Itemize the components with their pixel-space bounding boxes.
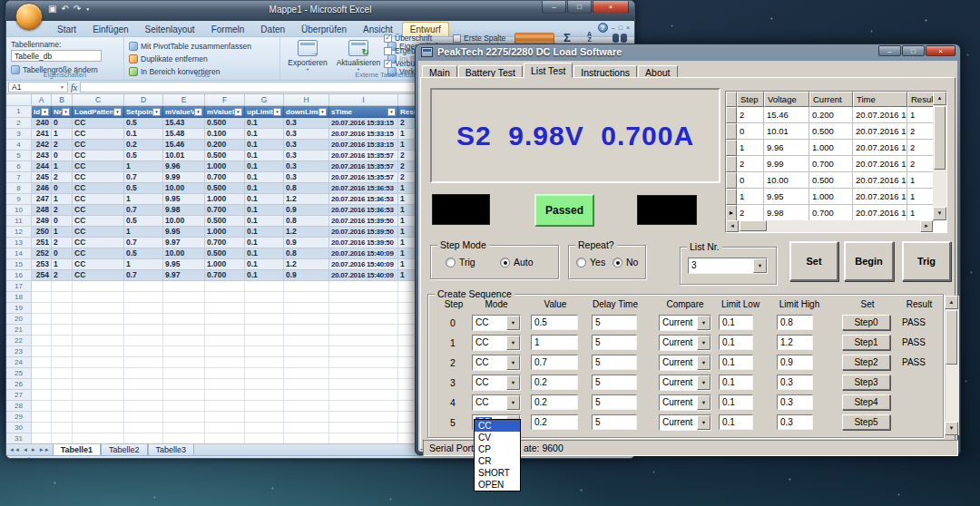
table-cell[interactable]: 1 — [124, 227, 163, 238]
ribbon-tab-berpr-fen[interactable]: Überprüfen — [294, 23, 354, 36]
option-berschrift[interactable]: ✓Überschrift — [384, 32, 453, 44]
filter-dropdown-icon[interactable]: ▼ — [273, 108, 281, 116]
office-button[interactable] — [15, 3, 43, 30]
result-grid-cell[interactable]: 0.700 — [809, 205, 853, 221]
table-cell[interactable]: 0.700 — [205, 172, 245, 183]
result-grid-cell[interactable]: 9.99 — [764, 156, 809, 172]
empty-cell[interactable] — [32, 314, 52, 325]
row-number[interactable]: 27 — [6, 390, 32, 401]
empty-cell[interactable] — [124, 368, 163, 379]
table-cell[interactable]: 20.07.2016 15:33:15 — [329, 129, 398, 140]
table-cell[interactable]: 254 — [32, 270, 52, 281]
table-cell[interactable]: 253 — [32, 259, 52, 270]
table-cell[interactable]: 243 — [32, 151, 52, 161]
result-grid-cell[interactable]: 20.07.2016 1 — [853, 205, 907, 221]
empty-cell[interactable] — [52, 401, 73, 412]
table-cell[interactable]: 9.97 — [163, 270, 205, 281]
empty-cell[interactable] — [245, 357, 284, 368]
value-input[interactable]: 0.5 — [531, 315, 578, 330]
excel-titlebar[interactable]: ▣ ↶ ↷ ▼ Mappe1 - Microsoft Excel – □ × — [6, 1, 634, 21]
table-cell[interactable]: 0.200 — [205, 140, 245, 151]
empty-cell[interactable] — [32, 292, 52, 303]
begin-button[interactable]: Begin — [844, 241, 894, 281]
sequence-scroll-up-icon[interactable]: ▲ — [945, 296, 958, 309]
limit-high-input[interactable]: 0.9 — [777, 355, 813, 370]
empty-cell[interactable] — [205, 379, 245, 390]
set-step-button-2[interactable]: Step2 — [842, 355, 890, 370]
result-grid-cell[interactable]: 1 — [907, 205, 935, 221]
filter-dropdown-icon[interactable]: ▼ — [387, 108, 396, 116]
result-grid-cell[interactable]: 1.000 — [809, 140, 853, 156]
table-cell[interactable]: 0.700 — [205, 238, 245, 248]
value-input[interactable]: 0.2 — [531, 375, 578, 390]
column-header-h[interactable]: H — [284, 94, 329, 106]
dropdown-item-open[interactable]: OPEN — [475, 479, 520, 491]
empty-cell[interactable] — [284, 303, 329, 314]
table-cell[interactable]: 9.95 — [163, 259, 205, 270]
sort-icon[interactable]: A Z — [587, 32, 592, 43]
step-mode-radio-trig[interactable]: Trig — [446, 257, 475, 268]
empty-cell[interactable] — [329, 336, 398, 346]
autosum-icon[interactable]: Σ — [564, 31, 571, 44]
table-cell[interactable]: 0 — [52, 183, 73, 194]
empty-cell[interactable] — [163, 433, 205, 443]
table-cell[interactable]: 1.000 — [205, 194, 245, 205]
empty-cell[interactable] — [245, 325, 284, 336]
column-header-b[interactable]: B — [52, 94, 73, 106]
result-grid-cell[interactable]: 0.500 — [809, 123, 853, 140]
find-icon[interactable] — [612, 34, 627, 43]
table-cell[interactable]: 20.07.2016 15:40:09 — [329, 270, 398, 281]
table-cell[interactable]: 0.1 — [245, 205, 284, 216]
table-cell[interactable]: CC — [73, 238, 124, 248]
empty-cell[interactable] — [329, 303, 398, 314]
row-number[interactable]: 11 — [6, 216, 32, 227]
trig-button[interactable]: Trig — [902, 241, 951, 281]
row-number[interactable]: 1 — [6, 106, 32, 118]
value-input[interactable]: 0.7 — [531, 355, 578, 370]
table-cell[interactable]: 9.95 — [163, 227, 205, 238]
empty-cell[interactable] — [73, 346, 124, 357]
value-input[interactable]: 0.2 — [531, 394, 578, 410]
result-grid-vscrollbar[interactable]: ▲▼ — [933, 92, 946, 220]
compare-combobox[interactable]: Current▼ — [659, 375, 711, 391]
peaktech-maximize-button[interactable]: □ — [902, 45, 925, 56]
empty-cell[interactable] — [73, 401, 124, 412]
table-cell[interactable]: CC — [73, 140, 124, 151]
result-grid-header-time[interactable]: Time — [853, 92, 907, 107]
result-grid-cell[interactable]: 1 — [737, 189, 764, 205]
grid-scroll-up-icon[interactable]: ▲ — [933, 92, 946, 105]
empty-cell[interactable] — [163, 336, 205, 346]
table-cell[interactable]: 2 — [52, 140, 73, 151]
result-grid-cell[interactable]: 2 — [737, 156, 764, 172]
delay-time-input[interactable]: 5 — [592, 315, 637, 330]
table-cell[interactable]: 241 — [32, 129, 52, 140]
set-button[interactable]: Set — [789, 241, 838, 281]
result-grid-cell[interactable]: 20.07.2016 1 — [853, 172, 907, 189]
table-cell[interactable]: 9.99 — [163, 172, 205, 183]
row-number[interactable]: 9 — [6, 194, 32, 205]
result-grid-cell[interactable]: 1 — [737, 140, 764, 156]
table-cell[interactable]: 0.3 — [284, 172, 329, 183]
empty-cell[interactable] — [124, 379, 163, 390]
empty-cell[interactable] — [205, 336, 245, 346]
table-header-cell[interactable]: mValueI▼ — [205, 106, 245, 118]
result-grid-cell[interactable]: 2 — [907, 140, 935, 156]
column-header-f[interactable]: F — [205, 94, 245, 106]
workbook-restore-icon[interactable]: □ — [619, 24, 622, 31]
limit-high-input[interactable]: 1.2 — [777, 335, 813, 350]
table-cell[interactable]: 0.1 — [245, 238, 284, 248]
sheet-tab-tabelle2[interactable]: Tabelle2 — [101, 444, 148, 455]
result-grid-cell[interactable]: 2 — [737, 205, 764, 221]
peaktech-tab-instructions[interactable]: Instructions — [573, 65, 637, 78]
empty-cell[interactable] — [73, 314, 124, 325]
row-number[interactable]: 10 — [6, 205, 32, 216]
value-input[interactable]: 1 — [531, 335, 578, 350]
empty-cell[interactable] — [32, 390, 52, 401]
table-cell[interactable]: 0.1 — [245, 248, 284, 259]
result-grid-row[interactable]: ►29.980.70020.07.2016 11 — [726, 205, 946, 221]
compare-combobox[interactable]: Current▼ — [659, 335, 711, 351]
delay-time-input[interactable]: 5 — [592, 375, 637, 390]
table-cell[interactable]: 0.3 — [284, 151, 329, 161]
table-cell[interactable]: CC — [73, 194, 124, 205]
table-cell[interactable]: 251 — [32, 238, 52, 248]
